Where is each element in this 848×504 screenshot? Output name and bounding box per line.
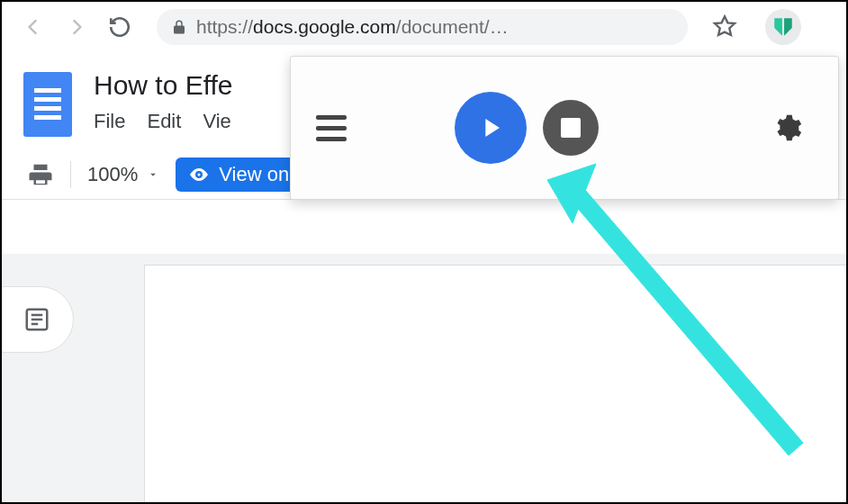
forward-button[interactable] bbox=[61, 12, 92, 42]
eye-icon bbox=[188, 164, 210, 185]
lock-icon bbox=[171, 19, 187, 35]
stop-icon bbox=[561, 118, 581, 138]
extension-popup bbox=[290, 56, 839, 200]
reload-button[interactable] bbox=[104, 12, 135, 42]
google-docs-icon[interactable] bbox=[23, 72, 72, 137]
menu-view[interactable]: Vie bbox=[203, 110, 230, 133]
menu-file[interactable]: File bbox=[94, 110, 125, 133]
settings-button[interactable] bbox=[771, 112, 802, 143]
print-button[interactable] bbox=[27, 161, 54, 188]
bookmark-star-button[interactable] bbox=[709, 12, 740, 42]
back-button[interactable] bbox=[18, 12, 49, 42]
menu-edit[interactable]: Edit bbox=[147, 110, 181, 133]
toolbar-separator bbox=[70, 161, 71, 188]
address-bar[interactable]: https://docs.google.com/document/… bbox=[157, 9, 688, 45]
zoom-value: 100% bbox=[87, 163, 138, 186]
popup-menu-button[interactable] bbox=[316, 115, 347, 141]
stop-button[interactable] bbox=[543, 100, 599, 156]
play-button[interactable] bbox=[455, 92, 527, 164]
gear-icon bbox=[771, 112, 802, 143]
play-icon bbox=[475, 112, 506, 143]
browser-toolbar: https://docs.google.com/document/… bbox=[2, 2, 846, 52]
url-text: https://docs.google.com/document/… bbox=[196, 16, 673, 38]
document-canvas-area bbox=[2, 254, 846, 502]
extension-badge[interactable] bbox=[765, 9, 801, 45]
outline-toggle-button[interactable] bbox=[0, 286, 74, 353]
zoom-dropdown[interactable]: 100% bbox=[87, 163, 159, 186]
document-page[interactable] bbox=[144, 265, 848, 504]
chevron-down-icon bbox=[147, 168, 159, 181]
